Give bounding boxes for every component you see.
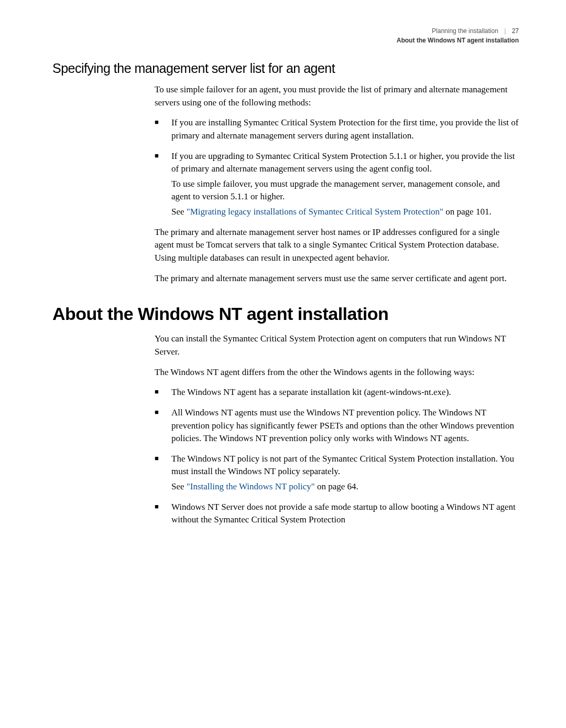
list-item: If you are installing Symantec Critical …: [155, 116, 519, 142]
section2-para1: You can install the Symantec Critical Sy…: [155, 333, 519, 358]
section-heading-failover: Specifying the management server list fo…: [52, 61, 519, 76]
section2-bullet-list: The Windows NT agent has a separate inst…: [155, 386, 519, 527]
see-prefix: See: [171, 207, 187, 217]
bullet-subpara: To use simple failover, you must upgrade…: [171, 178, 519, 204]
header-section: About the Windows NT agent installation: [52, 36, 519, 45]
bullet-see-ref: See "Migrating legacy installations of S…: [171, 206, 519, 219]
list-item: If you are upgrading to Symantec Critica…: [155, 150, 519, 219]
section-heading-windows-nt: About the Windows NT agent installation: [52, 304, 519, 324]
header-separator: |: [504, 26, 506, 36]
bullet-text: Windows NT Server does not provide a saf…: [171, 502, 516, 525]
see-suffix: on page 101.: [443, 207, 492, 217]
bullet-text: The Windows NT policy is not part of the…: [171, 454, 514, 477]
bullet-text: All Windows NT agents must use the Windo…: [171, 408, 514, 443]
bullet-text: If you are installing Symantec Critical …: [171, 117, 518, 141]
bullet-text: The Windows NT agent has a separate inst…: [171, 387, 451, 397]
section1-bullet-list: If you are installing Symantec Critical …: [155, 116, 519, 218]
see-prefix: See: [171, 481, 187, 491]
see-suffix: on page 64.: [315, 481, 358, 491]
header-chapter: Planning the installation: [432, 26, 498, 36]
page-header: Planning the installation | 27 About the…: [52, 26, 519, 45]
list-item: Windows NT Server does not provide a saf…: [155, 501, 519, 527]
section1-para2: The primary and alternate management ser…: [155, 226, 519, 265]
list-item: The Windows NT policy is not part of the…: [155, 453, 519, 494]
section2-para2: The Windows NT agent differs from the ot…: [155, 366, 519, 379]
link-installing-nt-policy[interactable]: "Installing the Windows NT policy": [187, 481, 315, 491]
bullet-text: If you are upgrading to Symantec Critica…: [171, 151, 515, 174]
header-page-number: 27: [512, 26, 519, 36]
section1-body: To use simple failover for an agent, you…: [155, 83, 519, 285]
section1-para3: The primary and alternate management ser…: [155, 272, 519, 285]
link-migrating-legacy[interactable]: "Migrating legacy installations of Syman…: [187, 207, 443, 217]
list-item: All Windows NT agents must use the Windo…: [155, 406, 519, 445]
bullet-see-ref: See "Installing the Windows NT policy" o…: [171, 480, 519, 494]
section2-body: You can install the Symantec Critical Sy…: [155, 333, 519, 527]
section1-para1: To use simple failover for an agent, you…: [155, 83, 519, 109]
page-container: Planning the installation | 27 About the…: [0, 0, 566, 560]
list-item: The Windows NT agent has a separate inst…: [155, 386, 519, 399]
